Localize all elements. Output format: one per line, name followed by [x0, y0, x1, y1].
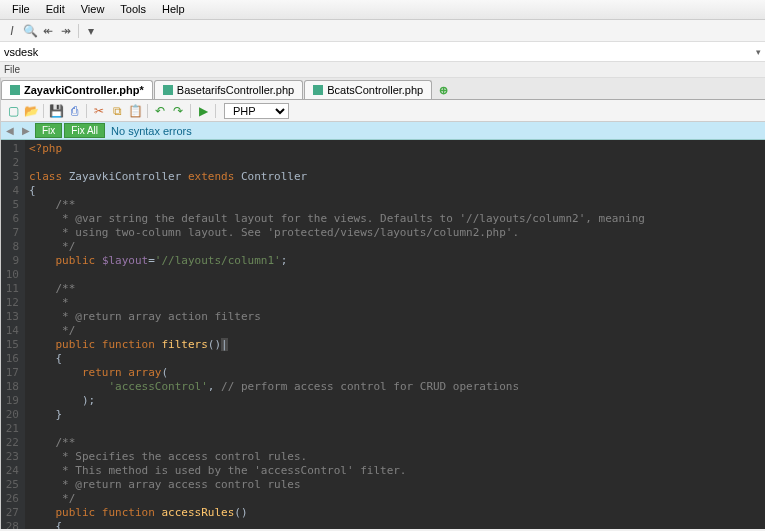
new-file-icon[interactable]: ▢ [5, 103, 21, 119]
code-editor[interactable]: 1234567891011121314151617181920212223242… [1, 140, 765, 529]
open-icon[interactable]: 📂 [23, 103, 39, 119]
fix-button[interactable]: Fix [35, 123, 62, 138]
save-icon[interactable]: 💾 [48, 103, 64, 119]
menu-view[interactable]: View [73, 0, 113, 19]
project-selector[interactable]: ▾ [0, 42, 765, 62]
next-error-icon[interactable]: ▶ [19, 124, 33, 138]
editor-toolbar: ▢ 📂 💾 ⎙ ✂ ⧉ 📋 ↶ ↷ ▶ PHP [1, 100, 765, 122]
tab-BcatsController-php[interactable]: BcatsController.php [304, 80, 432, 99]
undo-icon[interactable]: ↶ [152, 103, 168, 119]
copy-icon[interactable]: ⧉ [109, 103, 125, 119]
menu-edit[interactable]: Edit [38, 0, 73, 19]
lint-message: No syntax errors [111, 125, 192, 137]
back-arrow-icon[interactable]: ↞ [40, 23, 56, 39]
project-name-input[interactable] [4, 46, 124, 58]
tab-ZayavkiController-php-[interactable]: ZayavkiController.php* [1, 80, 153, 99]
editor-tabs: ZayavkiController.php*BasetarifsControll… [1, 78, 765, 100]
language-select[interactable]: PHP [224, 103, 289, 119]
code-content[interactable]: <?php class ZayavkiController extends Co… [25, 140, 765, 529]
magnify-icon[interactable]: 🔍 [22, 23, 38, 39]
line-gutter: 1234567891011121314151617181920212223242… [1, 140, 25, 529]
fixall-button[interactable]: Fix All [64, 123, 105, 138]
add-tab-icon[interactable]: ⊕ [433, 82, 454, 99]
prev-error-icon[interactable]: ◀ [3, 124, 17, 138]
menubar: File Edit View Tools Help [0, 0, 765, 20]
editor-area: ZayavkiController.php*BasetarifsControll… [1, 78, 765, 529]
fwd-arrow-icon[interactable]: ↠ [58, 23, 74, 39]
menu-help[interactable]: Help [154, 0, 193, 19]
cut-icon[interactable]: ✂ [91, 103, 107, 119]
main-toolbar: I 🔍 ↞ ↠ ▾ [0, 20, 765, 42]
menu-tools[interactable]: Tools [112, 0, 154, 19]
save-all-icon[interactable]: ⎙ [66, 103, 82, 119]
file-panel-label: File [0, 62, 765, 78]
italic-icon[interactable]: I [4, 23, 20, 39]
lint-status-bar: ◀ ▶ Fix Fix All No syntax errors [1, 122, 765, 140]
drop-icon[interactable]: ▾ [83, 23, 99, 39]
redo-icon[interactable]: ↷ [170, 103, 186, 119]
run-icon[interactable]: ▶ [195, 103, 211, 119]
tab-BasetarifsController-php[interactable]: BasetarifsController.php [154, 80, 303, 99]
menu-file[interactable]: File [4, 0, 38, 19]
project-dropdown-icon[interactable]: ▾ [756, 47, 761, 57]
paste-icon[interactable]: 📋 [127, 103, 143, 119]
